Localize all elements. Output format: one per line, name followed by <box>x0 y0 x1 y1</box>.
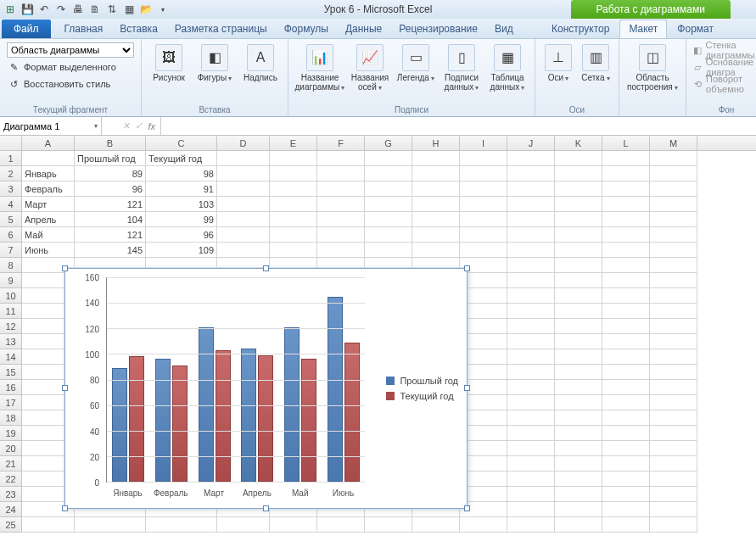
cell[interactable] <box>602 243 650 258</box>
cell[interactable] <box>412 243 460 258</box>
axes-button[interactable]: ⊥Оси <box>540 41 576 114</box>
cell[interactable] <box>412 517 460 533</box>
resize-handle[interactable] <box>62 265 68 271</box>
row-header[interactable]: 19 <box>0 426 22 441</box>
cell[interactable] <box>602 258 650 273</box>
cell[interactable] <box>602 426 650 441</box>
cell[interactable] <box>507 273 555 288</box>
shapes-button[interactable]: ◧Фигуры <box>193 41 237 114</box>
cell[interactable] <box>650 197 697 212</box>
cell[interactable] <box>555 365 602 380</box>
cell[interactable] <box>507 288 555 304</box>
cell[interactable] <box>507 517 555 533</box>
row-header[interactable]: 5 <box>0 212 22 227</box>
resize-handle[interactable] <box>464 505 470 511</box>
bar[interactable] <box>344 343 360 482</box>
cell[interactable] <box>365 181 412 197</box>
column-header[interactable]: D <box>217 136 270 150</box>
worksheet[interactable]: ABCDEFGHIJKLM 1Прошлый годТекущий год2Ян… <box>0 136 756 558</box>
cell[interactable] <box>602 304 650 319</box>
cell[interactable] <box>460 243 507 258</box>
cell[interactable] <box>602 334 650 349</box>
cell[interactable] <box>602 502 650 517</box>
cell[interactable]: 145 <box>75 243 146 258</box>
cell[interactable] <box>650 288 697 304</box>
cell[interactable] <box>507 197 555 212</box>
cell[interactable] <box>217 243 270 258</box>
column-header[interactable]: C <box>146 136 217 150</box>
enter-icon[interactable]: ✓ <box>135 120 143 131</box>
cell[interactable] <box>650 365 697 380</box>
cell[interactable] <box>650 517 697 533</box>
cell[interactable] <box>217 212 270 227</box>
rotation-button[interactable]: ⟲Поворот объемно <box>692 76 756 92</box>
column-header[interactable]: G <box>365 136 412 150</box>
cell[interactable] <box>507 487 555 502</box>
cell[interactable] <box>602 319 650 334</box>
context-tab-Макет[interactable]: Макет <box>619 20 667 38</box>
cell[interactable] <box>412 181 460 197</box>
cell[interactable] <box>217 151 270 166</box>
row-header[interactable]: 21 <box>0 456 22 472</box>
row-header[interactable]: 3 <box>0 181 22 197</box>
cell[interactable]: 103 <box>146 197 217 212</box>
cell[interactable] <box>507 365 555 380</box>
cell[interactable] <box>602 151 650 166</box>
cell[interactable] <box>507 441 555 456</box>
cell[interactable] <box>507 426 555 441</box>
column-header[interactable]: A <box>22 136 75 150</box>
column-header[interactable]: M <box>650 136 697 150</box>
chart-legend[interactable]: Прошлый годТекущий год <box>386 371 458 406</box>
preview-icon[interactable]: 🗎 <box>88 3 102 16</box>
context-tab-Формат[interactable]: Формат <box>669 20 722 38</box>
qat-dropdown-icon[interactable]: ▾ <box>156 3 170 16</box>
cell[interactable]: 121 <box>75 197 146 212</box>
tab-Рецензирование[interactable]: Рецензирование <box>390 20 486 38</box>
column-header[interactable]: F <box>317 136 365 150</box>
cell[interactable] <box>460 181 507 197</box>
row-header[interactable]: 12 <box>0 319 22 334</box>
data-labels-button[interactable]: ▯Подписи данных <box>440 41 484 114</box>
legend-item[interactable]: Прошлый год <box>386 376 458 386</box>
row-header[interactable]: 25 <box>0 517 22 533</box>
cell[interactable] <box>650 304 697 319</box>
cell[interactable] <box>650 456 697 472</box>
cell[interactable] <box>555 212 602 227</box>
cell[interactable] <box>507 456 555 472</box>
cell[interactable] <box>650 410 697 426</box>
cell[interactable] <box>365 517 412 533</box>
formula-input[interactable] <box>161 117 756 135</box>
cell[interactable] <box>217 166 270 181</box>
cell[interactable] <box>412 151 460 166</box>
cell[interactable] <box>75 517 146 533</box>
column-header[interactable]: J <box>507 136 555 150</box>
cell[interactable] <box>602 212 650 227</box>
cell[interactable] <box>270 517 317 533</box>
row-header[interactable]: 11 <box>0 304 22 319</box>
cell[interactable] <box>555 151 602 166</box>
bar[interactable] <box>301 359 316 482</box>
print-icon[interactable]: 🖶 <box>71 3 85 16</box>
cell[interactable] <box>317 166 365 181</box>
cell[interactable]: 121 <box>75 227 146 243</box>
cell[interactable] <box>317 212 365 227</box>
legend-item[interactable]: Текущий год <box>386 391 458 401</box>
cell[interactable] <box>650 395 697 410</box>
cell[interactable] <box>217 181 270 197</box>
cell[interactable] <box>602 227 650 243</box>
cell[interactable] <box>217 227 270 243</box>
cell[interactable] <box>602 487 650 502</box>
cell[interactable] <box>507 380 555 395</box>
save-icon[interactable]: 💾 <box>20 3 34 16</box>
resize-handle[interactable] <box>464 385 470 391</box>
cell[interactable] <box>507 319 555 334</box>
cell[interactable] <box>650 319 697 334</box>
cell[interactable]: Текущий год <box>146 151 217 166</box>
row-header[interactable]: 8 <box>0 258 22 273</box>
name-box-input[interactable] <box>3 121 80 131</box>
cell[interactable] <box>602 349 650 365</box>
cell[interactable] <box>365 166 412 181</box>
cell[interactable] <box>217 197 270 212</box>
cell[interactable] <box>602 456 650 472</box>
bar[interactable] <box>172 365 188 482</box>
